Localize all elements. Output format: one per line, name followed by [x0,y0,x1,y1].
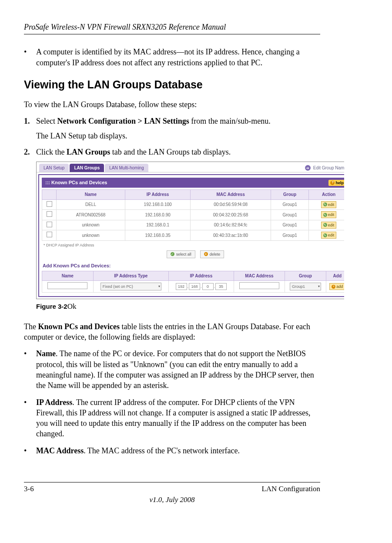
col-group: Group [271,190,308,200]
edit-button[interactable]: ✎edit [321,211,337,218]
edit-button[interactable]: ✎edit [321,222,337,229]
edit-button[interactable]: ✎edit [321,201,337,208]
field-name-text: . The name of the PC or device. For comp… [36,349,314,390]
top-bullet-row: • A computer is identified by its MAC ad… [24,47,320,68]
page-number: 3-6 [24,484,34,494]
edit-icon: ✎ [323,202,327,206]
col-action: Action [309,190,344,200]
field-ip-row: • IP Address. The current IP address of … [24,397,320,439]
check-icon: ✓ [171,252,174,256]
add-col-add: Add [326,271,344,281]
cell-group: Group1 [271,210,308,220]
add-col-iptype: IP Address Type [93,271,168,281]
afp-pre: The [24,322,38,331]
tab-lan-setup[interactable]: LAN Setup [39,164,69,172]
edit-button[interactable]: ✎edit [321,232,337,239]
field-mac-row: • MAC Address. The MAC address of the PC… [24,445,320,456]
add-input-row: Fixed (set on PC) 192.168.0.35 Group1 +a… [42,281,345,293]
ip-octet-1[interactable]: 192 [176,283,187,290]
edit-icon: ✎ [323,213,327,217]
cell-name: unknown [57,220,125,230]
cell-name: DELL [57,199,125,210]
field-ip-text: . The current IP address of the computer… [36,398,311,438]
add-button[interactable]: +add [329,283,344,290]
add-header-row: Name IP Address Type IP Address MAC Addr… [42,271,345,281]
table-row: ATRON002568 192.168.0.90 00:04:32:00:25:… [42,210,345,220]
known-pcs-panel: ::: Known PCs and Devices ? help Name IP… [38,174,344,297]
bullet-mark: • [24,397,36,439]
delete-button[interactable]: ✕delete [200,250,224,258]
add-iptype-select[interactable]: Fixed (set on PC) [101,283,161,290]
add-group-select[interactable]: Group1 [290,283,321,290]
add-name-input[interactable] [47,282,87,289]
cell-name: unknown [57,230,125,241]
afp-bold: Known PCs and Devices [38,322,120,331]
table-header-row: Name IP Address MAC Address Group Action [42,190,345,200]
step-2-number: 2. [24,147,36,157]
cell-name: ATRON002568 [57,210,125,220]
row-checkbox[interactable] [47,211,52,217]
intro-paragraph: To view the LAN Groups Database, follow … [24,99,320,110]
plus-icon: + [332,285,335,289]
cell-group: Group1 [271,220,308,230]
figure-label: Figure 3-2 [36,303,67,310]
ip-octet-3[interactable]: 0 [202,283,214,290]
table-row: unknown 192.168.0.1 00:14:6c:82:84:fc Gr… [42,220,345,230]
step-1: 1. Select Network Configuration > LAN Se… [24,116,320,126]
row-checkbox[interactable] [47,201,52,207]
add-known-heading: Add Known PCs and Devices: [43,263,344,269]
ip-octet-4[interactable]: 35 [215,283,227,290]
figure-caption: Figure 3-2Ok [36,302,320,312]
help-label: help [335,180,344,185]
add-col-ip: IP Address [169,271,234,281]
help-link[interactable]: ? help [328,180,344,186]
tab-bar: LAN Setup LAN Groups LAN Multi-homing ➔ … [37,162,344,173]
field-mac-label: MAC Address [36,446,84,455]
row-checkbox[interactable] [47,222,52,227]
cell-group: Group1 [271,230,308,241]
step-1-bold: Network Configuration > LAN Settings [57,117,189,125]
add-col-mac: MAC Address [234,271,285,281]
table-button-row: ✓select all ✕delete [39,250,344,258]
field-name-label: Name [36,349,56,358]
cell-ip: 192.168.0.100 [125,199,190,210]
known-pcs-title: ::: Known PCs and Devices [45,179,107,186]
add-ip-cell: 192.168.0.35 [169,281,234,293]
col-mac: MAC Address [191,190,271,200]
after-figure-paragraph: The Known PCs and Devices table lists th… [24,321,320,343]
arrow-right-icon: ➔ [305,165,311,171]
edit-group-names-link[interactable]: ➔ Edit Group Names [305,165,344,171]
add-col-name: Name [42,271,94,281]
doc-header-title: ProSafe Wireless-N VPN Firewall SRXN3205… [24,22,320,34]
step-2-bold: LAN Groups [67,148,110,156]
step-2-body: Click the LAN Groups tab and the LAN Gro… [36,147,320,157]
footer-section: LAN Configuration [261,484,320,494]
col-ip: IP Address [125,190,190,200]
known-pcs-table: Name IP Address MAC Address Group Action… [42,189,344,241]
bullet-mark: • [24,348,36,391]
row-checkbox[interactable] [47,232,52,237]
bullet-mark: • [24,47,36,68]
add-mac-input[interactable] [239,282,279,289]
figure-suffix: Ok [67,302,77,310]
step-2-post: tab and the LAN Groups tab displays. [110,148,231,156]
cell-mac: 00:40:33:ac:1b:80 [191,230,271,241]
step-1-post: from the main/sub-menu. [189,117,271,125]
select-all-button[interactable]: ✓select all [167,250,195,258]
help-icon: ? [330,181,335,185]
field-mac-body: MAC Address. The MAC address of the PC's… [36,445,320,456]
bullet-mark: • [24,445,36,456]
step-2-pre: Click the [36,148,67,156]
dhcp-footnote: * DHCP Assigned IP Address [44,243,344,248]
step-1-number: 1. [24,116,36,126]
ip-octet-2[interactable]: 168 [189,283,200,290]
tab-lan-multihoming[interactable]: LAN Multi-homing [105,164,148,172]
table-row: DELL 192.168.0.100 00:0d:56:59:f4:08 Gro… [42,199,345,210]
cell-mac: 00:0d:56:59:f4:08 [191,199,271,210]
cell-mac: 00:14:6c:82:84:fc [191,220,271,230]
step-1-pre: Select [36,117,57,125]
field-name-row: • Name. The name of the PC or device. Fo… [24,348,320,391]
footer-version: v1.0, July 2008 [24,495,320,505]
col-name: Name [57,190,125,200]
tab-lan-groups[interactable]: LAN Groups [70,164,104,172]
